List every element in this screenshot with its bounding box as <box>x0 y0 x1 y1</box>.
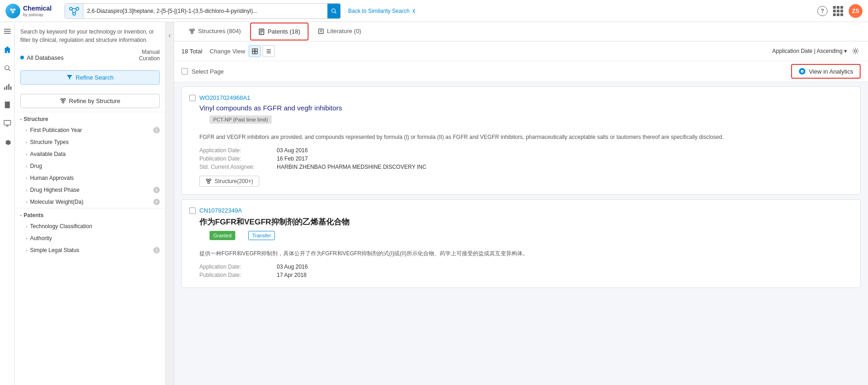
logo-text: Chemical by patsnap <box>23 5 52 17</box>
search-button[interactable] <box>327 4 340 18</box>
main-layout: Search by keyword for your technology or… <box>0 22 868 385</box>
svg-point-32 <box>190 29 192 31</box>
logo-icon <box>6 4 20 18</box>
help-icon[interactable]: ? <box>817 6 827 16</box>
meta-assignee-value-1: HARBIN ZHENBAO PHARMA MEDSHINE DISCOVERY… <box>277 164 426 170</box>
back-to-similarity-search[interactable]: Back to Similarity Search <box>348 8 417 14</box>
sidebar-icon-menu[interactable] <box>2 26 13 37</box>
sidebar-icon-analytics[interactable] <box>2 81 13 92</box>
filter-structure-types[interactable]: Structure Types <box>15 136 165 148</box>
structure-section-header[interactable]: Structure <box>15 112 165 124</box>
filter-available-data[interactable]: Available Data <box>15 148 165 160</box>
meta-pub-date-label-1: Publication Date: <box>199 155 273 162</box>
filter-panel: Search by keyword for your technology or… <box>15 22 166 385</box>
molecular-weight-info-icon[interactable]: i <box>153 199 160 205</box>
patent-badge-pct-1: PCT-NP (Past time limit) <box>210 115 272 124</box>
patent-title-1[interactable]: Vinyl compounds as FGFR and vegfr inhibi… <box>199 104 853 112</box>
sidebar-icon-search[interactable] <box>2 63 13 74</box>
sidebar-icons <box>0 22 15 385</box>
tab-patents[interactable]: Patents (18) <box>250 23 309 40</box>
svg-rect-46 <box>252 52 255 54</box>
avatar[interactable]: ZS <box>849 4 862 18</box>
first-pub-year-info-icon[interactable]: i <box>153 127 160 133</box>
meta-app-date-label-1: Application Date: <box>199 147 273 154</box>
patent-id-row-2: CN107922349A <box>189 207 853 214</box>
simple-legal-info-icon[interactable]: i <box>153 247 160 253</box>
view-analytics-button[interactable]: View in Analytics <box>791 64 861 79</box>
refine-search-button[interactable]: Refine Search <box>20 70 160 85</box>
patent-checkbox-2[interactable] <box>189 207 196 214</box>
patent-id-1[interactable]: WO2017024968A1 <box>199 94 250 101</box>
patent-meta-2: Application Date: 03 Aug 2016 Publicatio… <box>199 264 853 278</box>
svg-point-33 <box>192 29 194 31</box>
sidebar-icon-library[interactable] <box>2 99 13 110</box>
list-view-button[interactable] <box>262 45 274 57</box>
meta-app-date-label-2: Application Date: <box>199 264 273 270</box>
select-page-label: Select Page <box>192 68 224 75</box>
database-label: All Databases <box>27 54 64 61</box>
search-query-text: 2,6-Diazaspiro[3.3]heptane, 2-[5-[5-[(1R… <box>83 8 327 14</box>
manual-curation: Manual Curation <box>139 49 160 62</box>
filter-authority[interactable]: Authority <box>15 232 165 244</box>
meta-app-date-2: Application Date: 03 Aug 2016 <box>199 264 853 270</box>
filter-drug-highest-phase[interactable]: Drug Highest Phase i <box>15 184 165 196</box>
content-area: Structures (804) Patents (18) Literature… <box>174 22 868 385</box>
svg-line-30 <box>62 100 63 102</box>
patent-description-2: 提供一种FGFR和VEGFR抑制剂，具体公开了作为FGFR和VEGFR抑制剂的式… <box>199 249 853 258</box>
sidebar-icon-monitor[interactable] <box>2 118 13 129</box>
refine-structure-button[interactable]: Refine by Structure <box>20 94 160 108</box>
svg-line-13 <box>335 12 336 13</box>
svg-point-56 <box>209 179 211 181</box>
svg-point-26 <box>61 98 63 100</box>
filter-simple-legal-status[interactable]: Simple Legal Status i <box>15 244 165 256</box>
structure-section: Structure First Publication Year i Struc… <box>15 112 165 208</box>
select-page-checkbox[interactable] <box>181 68 188 75</box>
meta-pub-date-value-1: 16 Feb 2017 <box>277 155 308 162</box>
filter-human-approvals[interactable]: Human Approvals <box>15 172 165 184</box>
structure-link-1[interactable]: Structure(200+) <box>199 176 259 187</box>
filter-drug[interactable]: Drug <box>15 160 165 172</box>
results-bar: 18 Total Change View Application Date | … <box>174 41 868 61</box>
filter-molecular-weight[interactable]: Molecular Weight(Da) i <box>15 196 165 208</box>
apps-grid-icon[interactable] <box>833 6 843 16</box>
patent-badge-granted-2: Granted <box>210 231 235 240</box>
svg-point-12 <box>332 9 335 12</box>
patents-section: Patents Technology Classification Author… <box>15 208 165 256</box>
tab-literature[interactable]: Literature (0) <box>310 23 368 40</box>
settings-icon[interactable] <box>851 46 861 56</box>
patent-description-1: FGFR and VEGFR inhibitors are provided, … <box>199 133 853 142</box>
meta-assignee-1: Std. Current Assignee: HARBIN ZHENBAO PH… <box>199 164 853 170</box>
filter-first-pub-year[interactable]: First Publication Year i <box>15 124 165 136</box>
svg-line-11 <box>75 10 76 13</box>
search-bar[interactable]: 2,6-Diazaspiro[3.3]heptane, 2-[5-[5-[(1R… <box>64 3 341 19</box>
view-toggle <box>249 45 274 57</box>
patent-id-2[interactable]: CN107922349A <box>199 207 242 214</box>
tab-patents-label: Patents (18) <box>268 28 300 35</box>
tab-literature-label: Literature (0) <box>327 28 361 34</box>
panel-toggle-icon <box>169 31 171 40</box>
tab-structures-label: Structures (804) <box>198 28 241 34</box>
tab-structures[interactable]: Structures (804) <box>181 23 248 40</box>
patent-id-row-1: WO2017024968A1 <box>189 94 853 101</box>
patent-checkbox-1[interactable] <box>189 95 196 101</box>
topbar: Chemical by patsnap 2,6-Diazaspiro[3.3]h… <box>0 0 868 22</box>
sidebar-icon-home[interactable] <box>2 44 13 55</box>
chevron-tech-class-icon <box>26 223 27 230</box>
svg-point-54 <box>802 71 803 72</box>
filter-technology-classification[interactable]: Technology Classification <box>15 220 165 232</box>
svg-line-10 <box>72 10 73 13</box>
svg-point-17 <box>5 66 9 70</box>
svg-rect-47 <box>255 52 257 54</box>
patent-title-2[interactable]: 作为FGFR和VEGFR抑制剂的乙烯基化合物 <box>199 217 853 227</box>
filter-hint-text: Search by keyword for your technology or… <box>20 28 160 44</box>
svg-rect-21 <box>8 84 9 90</box>
drug-highest-phase-info-icon[interactable]: i <box>153 187 160 193</box>
panel-toggle[interactable] <box>166 22 174 385</box>
patent-card-1: WO2017024968A1 Vinyl compounds as FGFR a… <box>181 86 861 195</box>
sort-label: Application Date | Ascending ▾ <box>772 48 847 54</box>
patents-section-header[interactable]: Patents <box>15 208 165 220</box>
chevron-molecular-weight-icon <box>26 199 27 205</box>
chevron-first-pub-icon <box>26 127 27 133</box>
sidebar-icon-settings[interactable] <box>2 136 13 147</box>
grid-view-button[interactable] <box>249 45 261 57</box>
